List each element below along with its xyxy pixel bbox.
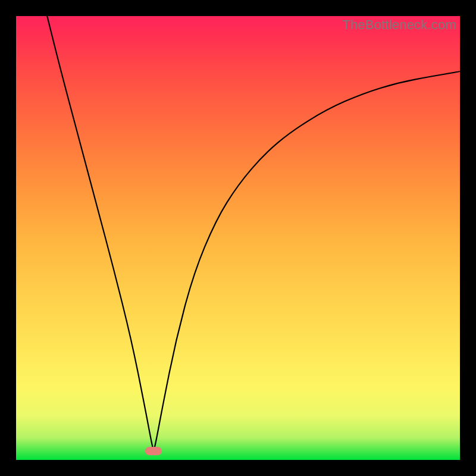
bottleneck-curve <box>47 16 460 449</box>
plot-area: TheBottleneck.com <box>16 16 460 460</box>
chart-frame: TheBottleneck.com <box>0 0 476 476</box>
curve-layer <box>16 16 460 460</box>
watermark-text: TheBottleneck.com <box>342 17 456 33</box>
optimum-marker <box>145 447 162 455</box>
